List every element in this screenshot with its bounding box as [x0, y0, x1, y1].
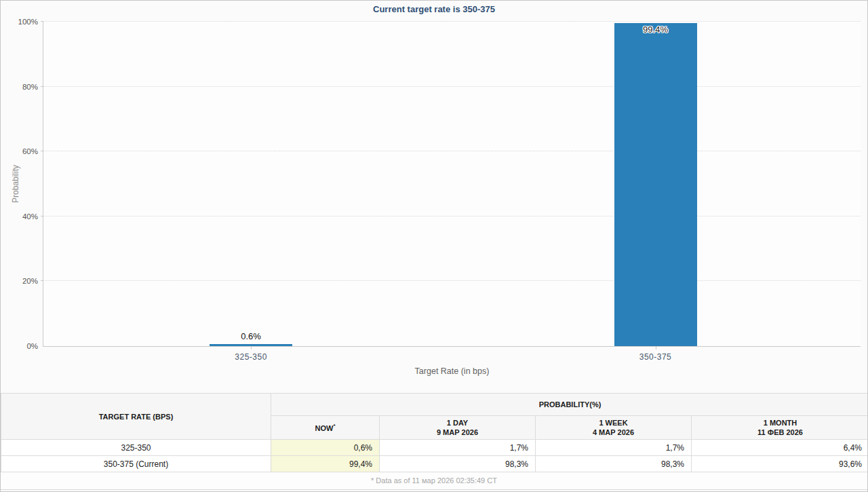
fedwatch-page: Current target rate is 350-375 Q	[0, 0, 868, 492]
now-label: NOW	[315, 423, 333, 432]
table-row: 325-350 0,6% 1,7% 1,7% 6,4%	[1, 440, 868, 456]
gridline-40	[43, 216, 861, 216]
month-value-cell: 6,4%	[692, 440, 868, 456]
gridline-80	[43, 86, 861, 87]
y-tick	[41, 151, 43, 151]
bar-value-label: 0.6%	[241, 331, 261, 341]
day-value-cell: 1,7%	[380, 440, 536, 456]
col-header-1day: 1 DAY9 МАР 2026	[380, 416, 536, 440]
y-axis-title: Probability	[11, 165, 20, 203]
gridline-60	[43, 151, 861, 151]
x-tick	[656, 346, 656, 349]
week-value-cell: 98,3%	[536, 456, 692, 472]
y-tick-label: 40%	[0, 212, 38, 221]
probability-chart: Current target rate is 350-375 Q	[1, 1, 867, 387]
x-category-label: 350-375	[639, 352, 672, 362]
y-tick-label: 100%	[0, 17, 38, 26]
col-header-now: NOW*	[271, 416, 380, 440]
y-tick	[41, 21, 43, 22]
y-tick	[41, 280, 43, 281]
col-header-probability: PROBABILITY(%)	[271, 394, 868, 416]
period-label: 1 MONTH	[764, 419, 797, 427]
now-value-cell: 99,4%	[271, 456, 380, 472]
gridline-20	[43, 280, 861, 281]
gridline-100	[43, 21, 861, 22]
period-label: 1 DAY	[447, 419, 468, 427]
table-row: 350-375 (Current) 99,4% 98,3% 98,3% 93,6…	[1, 456, 868, 472]
rate-range-cell: 325-350	[1, 440, 271, 456]
probability-table: TARGET RATE (BPS) PROBABILITY(%) NOW* 1 …	[1, 393, 868, 472]
y-tick	[41, 216, 43, 216]
bar-value-label: 99.4%	[643, 24, 668, 35]
y-tick-label: 60%	[0, 147, 38, 156]
data-as-of-note: * Data as of 11 мар 2026 02:35:49 CT	[1, 472, 867, 490]
bar-350-375: 99.4%	[614, 23, 697, 346]
month-value-cell: 93,6%	[692, 456, 868, 472]
col-header-1month: 1 MONTH11 ФЕВ 2026	[692, 416, 868, 440]
period-date: 9 МАР 2026	[437, 428, 478, 436]
col-header-target-rate: TARGET RATE (BPS)	[1, 394, 271, 440]
y-tick	[41, 86, 43, 87]
now-value-cell: 0,6%	[271, 440, 380, 456]
week-value-cell: 1,7%	[536, 440, 692, 456]
chart-title: Current target rate is 350-375	[1, 1, 867, 14]
y-tick-label: 0%	[0, 341, 38, 351]
period-date: 11 ФЕВ 2026	[757, 428, 803, 436]
period-label: 1 WEEK	[599, 419, 627, 427]
col-header-1week: 1 WEEK4 МАР 2026	[536, 416, 692, 440]
now-asterisk: *	[333, 423, 335, 429]
x-tick	[251, 346, 252, 349]
x-category-label: 325-350	[235, 352, 267, 362]
day-value-cell: 98,3%	[380, 456, 536, 472]
x-axis-title: Target Rate (in bps)	[43, 366, 861, 376]
y-tick-label: 80%	[0, 82, 38, 92]
rate-range-cell: 350-375 (Current)	[1, 456, 271, 472]
plot-area: 0% 20% 40% 60% 80% 100% Probability 0.6%…	[43, 22, 861, 347]
period-date: 4 МАР 2026	[593, 428, 634, 436]
y-tick-label: 20%	[0, 276, 38, 286]
